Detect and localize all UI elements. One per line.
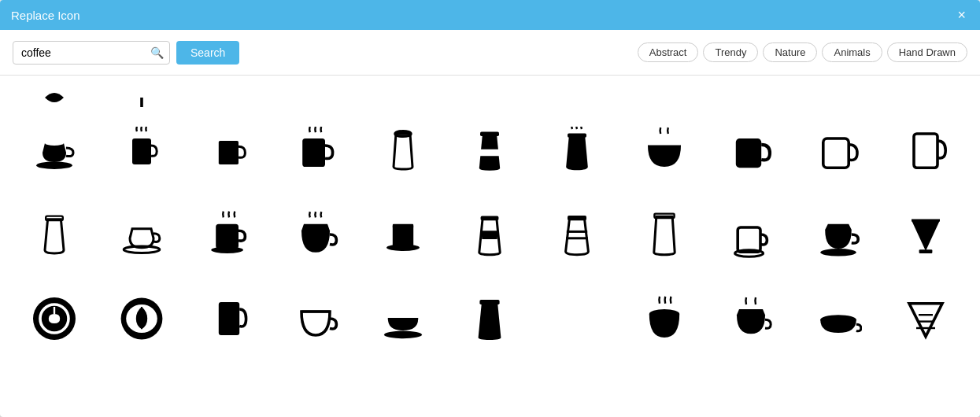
svg-rect-28 (481, 216, 499, 220)
search-input[interactable] (13, 41, 170, 65)
icon-small-steam-cup[interactable] (709, 276, 793, 360)
svg-point-45 (649, 309, 679, 319)
icon-wide-cup-saucer-outline[interactable] (100, 193, 184, 277)
icon-takeaway-tall-outline[interactable] (361, 109, 446, 193)
partial-icon-row (13, 83, 967, 107)
svg-rect-19 (823, 138, 849, 168)
replace-icon-modal: Replace Icon × 🔍 Search Abstract Trendy … (0, 0, 980, 417)
svg-point-24 (211, 247, 243, 253)
tag-nature[interactable]: Nature (763, 42, 817, 62)
search-button[interactable]: Search (176, 41, 239, 65)
tag-hand-drawn[interactable]: Hand Drawn (887, 42, 967, 62)
svg-rect-16 (479, 149, 501, 156)
icon-cell[interactable] (13, 83, 97, 107)
svg-rect-33 (738, 227, 761, 252)
icon-cell[interactable] (274, 83, 358, 107)
modal-header: Replace Icon × (0, 0, 980, 30)
icon-takeaway-thick-outline[interactable] (535, 193, 619, 277)
svg-rect-29 (568, 216, 586, 220)
icon-empty[interactable] (535, 276, 619, 360)
icon-cell[interactable] (100, 83, 184, 107)
tag-trendy[interactable]: Trendy (703, 42, 758, 62)
svg-rect-18 (736, 138, 761, 168)
icon-espresso-steam[interactable] (709, 193, 793, 277)
svg-rect-36 (919, 249, 932, 253)
svg-rect-44 (480, 300, 500, 304)
icon-flat-cup-saucer[interactable] (361, 276, 446, 360)
icon-pour-over[interactable] (883, 276, 967, 360)
icon-cell[interactable] (187, 83, 271, 107)
icon-wide-cup-outline[interactable] (274, 276, 358, 360)
icon-grid-row1 (13, 109, 967, 193)
svg-rect-10 (132, 138, 151, 164)
svg-rect-17 (568, 134, 586, 138)
icon-grid-row2 (13, 193, 967, 277)
icon-steam-wide-mug[interactable] (274, 193, 358, 277)
icon-tall-takeaway-filled[interactable] (448, 276, 532, 360)
icon-cell[interactable] (535, 83, 619, 107)
icon-takeaway-sleeve-filled[interactable] (448, 109, 532, 193)
svg-rect-11 (218, 141, 238, 164)
modal-toolbar: 🔍 Search Abstract Trendy Nature Animals … (0, 30, 980, 76)
icon-steam-takeaway-filled[interactable] (535, 109, 619, 193)
icon-mug-outline[interactable] (797, 109, 881, 193)
icon-wide-flat-cup[interactable] (797, 276, 881, 360)
icon-cell[interactable] (883, 83, 967, 107)
tag-filters: Abstract Trendy Nature Animals Hand Draw… (638, 42, 967, 62)
search-wrapper: 🔍 (13, 41, 170, 65)
modal-close-button[interactable]: × (954, 8, 969, 22)
svg-point-46 (820, 315, 856, 324)
svg-rect-14 (395, 131, 411, 135)
icon-wide-steam-cup[interactable] (622, 109, 706, 193)
svg-rect-21 (46, 216, 64, 220)
svg-rect-42 (218, 302, 239, 335)
icon-espresso-saucer[interactable] (13, 109, 97, 193)
svg-point-35 (820, 249, 856, 256)
modal-title: Replace Icon (11, 9, 80, 22)
tag-abstract[interactable]: Abstract (638, 42, 699, 62)
icon-steam-big-mug[interactable] (622, 276, 706, 360)
icon-cell[interactable] (709, 83, 793, 107)
svg-rect-12 (302, 138, 325, 167)
icon-cell[interactable] (361, 83, 446, 107)
icon-tall-mug-outline[interactable] (883, 109, 967, 193)
icon-simple-cup-filled[interactable] (187, 276, 271, 360)
svg-point-8 (37, 162, 73, 170)
icon-cell[interactable] (448, 83, 532, 107)
svg-rect-25 (393, 225, 413, 247)
icon-rect-cup-saucer[interactable] (361, 193, 446, 277)
icon-steam-cup-outline[interactable] (100, 109, 184, 193)
icon-takeaway-outline[interactable] (13, 193, 97, 277)
icon-takeaway-twotone[interactable] (448, 193, 532, 277)
icon-large-mug-filled[interactable] (709, 109, 793, 193)
svg-rect-27 (393, 224, 413, 228)
svg-rect-15 (480, 132, 499, 136)
svg-rect-20 (914, 134, 937, 168)
icon-steam-mug-saucer[interactable] (187, 193, 271, 277)
svg-point-9 (45, 141, 64, 146)
svg-rect-23 (216, 224, 239, 249)
icon-circular-coffee[interactable] (13, 276, 97, 360)
icon-cell[interactable] (797, 83, 881, 107)
svg-point-43 (384, 330, 422, 338)
modal-body[interactable] (0, 76, 980, 417)
tag-animals[interactable]: Animals (822, 42, 882, 62)
icon-latte-art-cup[interactable] (100, 276, 184, 360)
icon-cell[interactable] (622, 83, 706, 107)
icon-grid-row3 (13, 276, 967, 360)
icon-steam-mug-filled[interactable] (274, 109, 358, 193)
icon-square-mug[interactable] (187, 109, 271, 193)
icon-dripper[interactable] (883, 193, 967, 277)
icon-small-espresso-filled[interactable] (797, 193, 881, 277)
icon-tall-glass[interactable] (622, 193, 706, 277)
svg-point-26 (386, 245, 420, 251)
